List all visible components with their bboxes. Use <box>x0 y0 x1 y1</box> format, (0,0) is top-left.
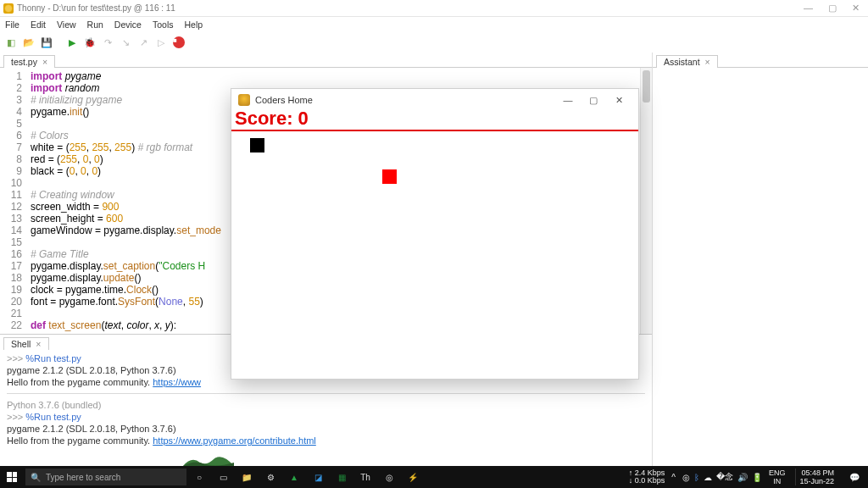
search-icon: 🔍 <box>31 473 41 482</box>
volume-icon[interactable]: 🔊 <box>737 473 748 482</box>
step-over-button[interactable]: ↷ <box>100 35 115 50</box>
save-file-button[interactable]: 💾 <box>39 35 54 50</box>
wifi-icon[interactable]: �念 <box>716 471 733 483</box>
assistant-tab[interactable]: Assistant <box>656 55 718 68</box>
pygame-close[interactable]: ✕ <box>606 95 632 106</box>
menu-run[interactable]: Run <box>87 19 103 30</box>
close-button[interactable]: ✕ <box>852 3 860 14</box>
menu-tools[interactable]: Tools <box>153 19 174 30</box>
explorer-icon[interactable]: 📁 <box>239 469 254 485</box>
pygame-icon <box>238 94 250 106</box>
keyboard-region: IN <box>769 477 786 485</box>
chrome-icon[interactable]: ◎ <box>381 469 397 485</box>
debug-button[interactable]: 🐞 <box>82 35 97 50</box>
food-block <box>382 169 397 184</box>
taskbar-search[interactable]: 🔍 Type here to search <box>25 469 186 485</box>
pygame-maximize[interactable]: ▢ <box>581 95 606 106</box>
editor-scrollbar[interactable] <box>640 68 652 334</box>
tray-chevron-icon[interactable]: ^ <box>671 473 676 482</box>
clock[interactable]: 05:48 PM 15-Jun-22 <box>795 469 837 485</box>
score-label: Score: 0 <box>235 108 309 130</box>
battery-icon[interactable]: 🔋 <box>752 473 762 482</box>
pygame-minimize[interactable]: ― <box>555 95 581 105</box>
onedrive-icon[interactable]: ☁ <box>704 473 712 482</box>
editor-tab[interactable]: test.py <box>3 55 55 68</box>
menu-view[interactable]: View <box>57 19 76 30</box>
snake-head <box>250 138 264 152</box>
net-speed: ↑ 2.4 Kbps ↓ 0.0 Kbps <box>629 469 665 485</box>
vscode-icon[interactable]: ◪ <box>310 469 326 485</box>
menu-edit[interactable]: Edit <box>31 19 46 30</box>
minimize-button[interactable]: ― <box>804 3 813 14</box>
python-icon[interactable]: ⚡ <box>405 469 420 485</box>
chrome-tray-icon[interactable]: ◎ <box>682 473 690 482</box>
thonny-task-icon[interactable]: Th <box>358 469 373 485</box>
game-canvas[interactable]: Score: 0 <box>231 111 638 379</box>
task-view-icon[interactable]: ▭ <box>215 469 231 485</box>
menu-file[interactable]: File <box>5 19 19 30</box>
notifications-icon[interactable]: 💬 <box>844 473 865 482</box>
pygame-title: Coders Home <box>255 95 313 105</box>
menu-help[interactable]: Help <box>184 19 203 30</box>
cortana-icon[interactable]: ○ <box>192 469 207 485</box>
keyboard-lang[interactable]: ENG <box>769 469 786 477</box>
resume-button[interactable]: ▷ <box>153 35 169 50</box>
bluetooth-icon[interactable]: ᛒ <box>694 473 699 482</box>
search-placeholder: Type here to search <box>46 473 120 482</box>
window-title: Thonny - D:\run for test\test.py @ 116 :… <box>17 3 804 13</box>
shell-tab[interactable]: Shell <box>3 337 49 350</box>
new-file-button[interactable]: ◧ <box>3 35 19 50</box>
app-icon <box>3 3 14 14</box>
run-button[interactable]: ▶ <box>64 35 80 50</box>
open-file-button[interactable]: 📂 <box>21 35 36 50</box>
drive-icon[interactable]: ▲ <box>287 469 302 485</box>
menu-device[interactable]: Device <box>114 19 142 30</box>
pygame-window[interactable]: Coders Home ― ▢ ✕ Score: 0 <box>231 88 639 380</box>
stop-button[interactable]: ■ <box>171 35 186 50</box>
divider-line <box>231 130 638 131</box>
step-out-button[interactable]: ↗ <box>136 35 151 50</box>
settings-icon[interactable]: ⚙ <box>263 469 278 485</box>
maximize-button[interactable]: ▢ <box>828 3 837 14</box>
taskbar[interactable]: 🔍 Type here to search ○ ▭ 📁 ⚙ ▲ ◪ ▦ Th ◎… <box>0 466 868 488</box>
step-into-button[interactable]: ↘ <box>118 35 133 50</box>
excel-icon[interactable]: ▦ <box>334 469 349 485</box>
start-button[interactable] <box>0 472 24 482</box>
